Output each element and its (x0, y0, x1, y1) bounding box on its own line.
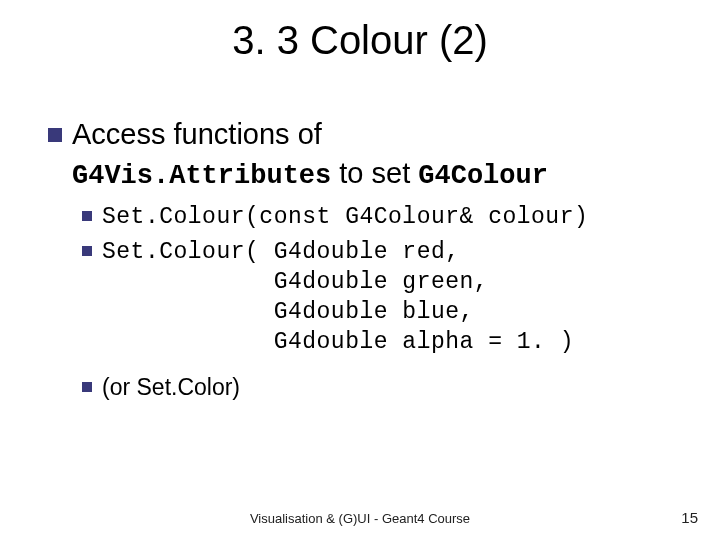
text-mid: to set (331, 157, 418, 189)
code-line: G4double alpha = 1. ) (102, 329, 574, 355)
slide: 3. 3 Colour (2) Access functions of G4Vi… (0, 0, 720, 540)
bullet-level2: (or Set.Color) (82, 374, 690, 401)
code-line: G4double blue, (102, 299, 474, 325)
code-block: Set.Colour( G4double red, G4double green… (102, 238, 574, 358)
square-bullet-icon (82, 211, 92, 221)
square-bullet-icon (82, 382, 92, 392)
square-bullet-icon (48, 128, 62, 142)
bullet-level1-text: Access functions of G4Vis.Attributes to … (72, 115, 548, 195)
code-class-2: G4Colour (418, 161, 548, 191)
code-class-1: G4Vis.Attributes (72, 161, 331, 191)
bullet-level2-group: Set.Colour(const G4Colour& colour) Set.C… (82, 203, 690, 401)
bullet-level1: Access functions of G4Vis.Attributes to … (48, 115, 690, 195)
code-line: G4double green, (102, 269, 488, 295)
slide-body: Access functions of G4Vis.Attributes to … (48, 115, 690, 401)
code-line: Set.Colour(const G4Colour& colour) (102, 203, 588, 233)
bullet-level2: Set.Colour(const G4Colour& colour) (82, 203, 690, 233)
slide-footer: Visualisation & (G)UI - Geant4 Course (0, 511, 720, 526)
square-bullet-icon (82, 246, 92, 256)
slide-title: 3. 3 Colour (2) (0, 18, 720, 62)
bullet-level2: Set.Colour( G4double red, G4double green… (82, 238, 690, 358)
code-line: Set.Colour( G4double red, (102, 239, 460, 265)
text-prefix: Access functions of (72, 118, 322, 150)
bullet-text: (or Set.Color) (102, 374, 240, 401)
page-number: 15 (681, 509, 698, 526)
